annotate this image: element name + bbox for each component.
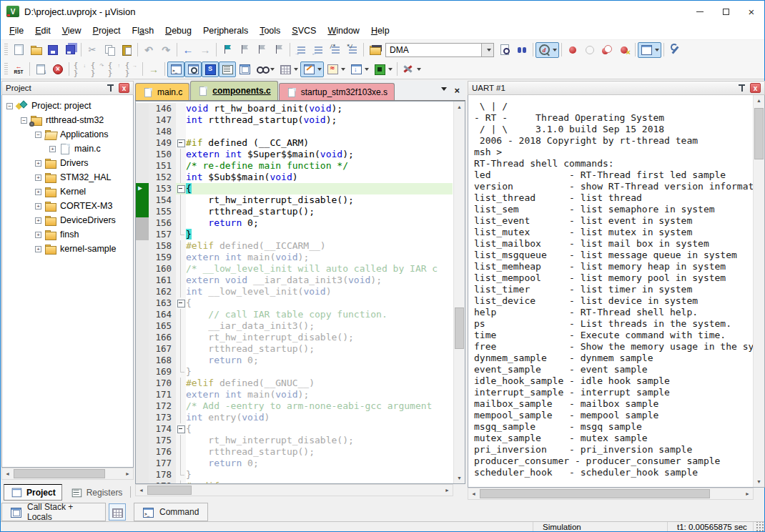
project-panel-close-button[interactable]: x <box>119 83 129 93</box>
caret-down-icon[interactable] <box>655 49 659 54</box>
caret-down-icon[interactable] <box>341 68 345 73</box>
toggle-bookmark-button[interactable] <box>219 42 236 58</box>
code-line[interactable]: 175 rt_hw_interrupt_disable(); <box>136 435 453 446</box>
code-line[interactable]: 170#elif defined(__GNUC__) <box>136 378 453 389</box>
step-button[interactable] <box>71 61 89 77</box>
disassembly-window-button[interactable] <box>184 61 202 77</box>
scroll-thumb[interactable] <box>147 486 192 495</box>
open-file-button[interactable] <box>27 42 44 58</box>
caret-down-icon[interactable] <box>294 68 298 73</box>
code-line[interactable]: 172/* Add -eentry to arm-none-eabi-gcc a… <box>136 400 453 412</box>
code-line[interactable]: 179#endif <box>136 481 453 483</box>
menu-item-help[interactable]: Help <box>365 24 395 38</box>
redo-button[interactable] <box>157 42 174 58</box>
fold-collapse-icon[interactable] <box>176 183 186 194</box>
project-tree[interactable]: −Project: project−rtthread-stm32−Applica… <box>1 95 134 468</box>
caret-down-icon[interactable] <box>417 68 421 73</box>
configure-button[interactable] <box>666 42 683 58</box>
code-line[interactable]: 149#if defined (__CC_ARM) <box>136 137 453 149</box>
caret-down-icon[interactable] <box>365 68 369 73</box>
scroll-thumb[interactable] <box>754 108 764 159</box>
comment-button[interactable] <box>327 42 344 58</box>
editor-vscrollbar[interactable]: ▲ ▼ <box>453 102 465 483</box>
menu-item-file[interactable]: File <box>4 24 29 38</box>
search-dropdown-button[interactable] <box>481 44 493 56</box>
code-line[interactable]: 151/* re-define main function */ <box>136 160 453 172</box>
code-line[interactable]: 157} <box>136 229 453 240</box>
search-combobox[interactable]: DMA <box>385 43 494 57</box>
pin-icon[interactable] <box>739 84 746 92</box>
editor-tab-main-c[interactable]: main.c <box>135 83 189 100</box>
code-line[interactable]: 178} <box>136 469 453 481</box>
call-stack-window-button[interactable] <box>236 61 253 77</box>
caret-down-icon[interactable] <box>553 49 557 54</box>
expand-icon[interactable]: + <box>35 174 41 181</box>
maximize-button[interactable] <box>713 1 739 22</box>
code-line[interactable]: 148 <box>136 126 453 137</box>
menu-item-view[interactable]: View <box>56 24 87 38</box>
toolbox-button[interactable] <box>400 61 423 77</box>
code-line[interactable]: 174{ <box>136 423 453 435</box>
registers-window-button[interactable] <box>219 61 236 77</box>
code-line[interactable]: 164 // call IAR table copy function. <box>136 309 453 320</box>
find-in-files-dialog-button[interactable] <box>366 42 383 58</box>
collapse-icon[interactable]: − <box>21 117 27 124</box>
scroll-right-icon[interactable]: ► <box>742 488 753 499</box>
symbols-window-button[interactable] <box>202 61 219 77</box>
resize-grip[interactable] <box>753 522 764 531</box>
insert-breakpoint-button[interactable] <box>564 42 581 58</box>
code-line[interactable]: 176 rtthread_startup(); <box>136 446 453 458</box>
stop-button[interactable] <box>49 61 66 77</box>
memory-window-button[interactable] <box>109 503 126 521</box>
serial-windows-button[interactable] <box>300 61 324 77</box>
code-line[interactable]: ▶153{ <box>136 183 453 194</box>
code-line[interactable]: 156 return 0; <box>136 217 453 229</box>
unindent-button[interactable] <box>310 42 327 58</box>
scroll-right-icon[interactable]: ► <box>442 485 453 496</box>
code-line[interactable]: 150extern int $Super$$main(void); <box>136 149 453 160</box>
code-line[interactable]: 154 rt_hw_interrupt_disable(); <box>136 194 453 206</box>
window-views-button[interactable] <box>638 42 661 58</box>
run-button[interactable] <box>32 61 49 77</box>
close-button[interactable]: × <box>739 1 764 22</box>
find-in-files-button[interactable] <box>496 42 513 58</box>
code-line[interactable]: 162int __low_level_init(void) <box>136 286 453 297</box>
new-file-button[interactable] <box>10 42 27 58</box>
tree-item-kernel[interactable]: +Kernel <box>35 185 86 198</box>
editor-tab-components-c[interactable]: components.c <box>190 81 277 100</box>
code-line[interactable]: 146void rt_hw_board_init(void); <box>136 103 453 114</box>
scroll-left-icon[interactable]: ◄ <box>2 468 13 479</box>
tree-item-applications[interactable]: −Applications <box>35 128 108 141</box>
expand-icon[interactable]: + <box>35 160 41 167</box>
caret-down-icon[interactable] <box>388 68 393 73</box>
menu-item-flash[interactable]: Flash <box>127 24 160 38</box>
callstack-locals-tab[interactable]: Call Stack + Locals <box>1 503 106 521</box>
code-line[interactable]: 152int $Sub$$main(void) <box>136 172 453 183</box>
copy-button[interactable] <box>101 42 118 58</box>
code-line[interactable]: 160/* __low_level_init will auto called … <box>136 263 453 275</box>
code-line[interactable]: 161extern void __iar_data_init3(void); <box>136 275 453 286</box>
prev-bookmark-button[interactable] <box>236 42 253 58</box>
cut-button[interactable] <box>84 42 101 58</box>
uncomment-button[interactable] <box>344 42 361 58</box>
code-area[interactable]: 146void rt_hw_board_init(void);147int rt… <box>136 102 453 483</box>
scroll-thumb[interactable] <box>14 469 105 478</box>
kill-breakpoints-button[interactable] <box>616 42 633 58</box>
expand-icon[interactable]: + <box>35 246 41 252</box>
save-button[interactable] <box>44 42 61 58</box>
paste-button[interactable] <box>118 42 135 58</box>
scroll-left-icon[interactable]: ◄ <box>136 485 147 496</box>
fold-collapse-icon[interactable] <box>176 423 186 435</box>
disable-breakpoint-button[interactable] <box>581 42 598 58</box>
code-line[interactable]: 159extern int main(void); <box>136 252 453 263</box>
start-stop-debug-button[interactable] <box>536 42 559 58</box>
enable-disable-breakpoints-button[interactable] <box>598 42 616 58</box>
scroll-down-icon[interactable]: ▼ <box>754 476 764 487</box>
step-over-button[interactable] <box>89 61 106 77</box>
tree-item-kernel-sample[interactable]: +kernel-sample <box>35 242 117 255</box>
undo-button[interactable] <box>140 42 157 58</box>
expand-icon[interactable]: + <box>35 203 41 210</box>
code-line[interactable]: 168 return 0; <box>136 355 453 366</box>
trace-windows-button[interactable] <box>347 61 371 77</box>
code-line[interactable]: 169} <box>136 366 453 378</box>
